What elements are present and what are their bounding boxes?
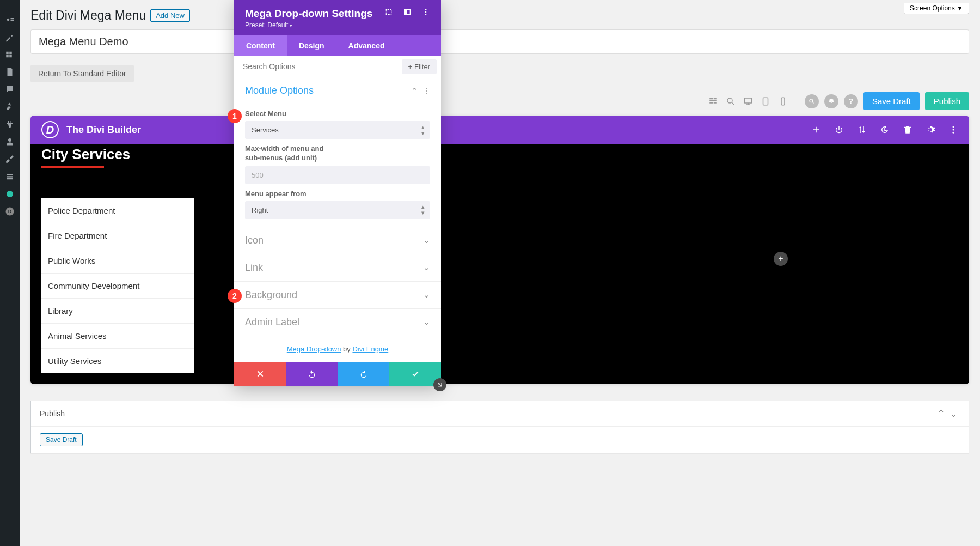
- menu-item[interactable]: Fire Department: [41, 223, 194, 248]
- svg-rect-13: [386, 9, 391, 14]
- builder-sort-icon[interactable]: [857, 125, 867, 135]
- post-title-input[interactable]: [30, 29, 969, 54]
- menu-item[interactable]: Police Department: [41, 198, 194, 223]
- wp-d-icon[interactable]: D: [0, 203, 20, 220]
- section-module-options[interactable]: Module Options ⌃ ⋮: [245, 85, 430, 96]
- chevron-down-icon: ⌄: [423, 317, 430, 327]
- divi-logo-icon: D: [41, 121, 59, 138]
- panel-expand-icon[interactable]: [384, 8, 393, 16]
- annotation-badge-1: 1: [228, 109, 242, 123]
- panel-filter-button[interactable]: +Filter: [402, 59, 437, 74]
- annotation-badge-2: 2: [228, 289, 242, 303]
- return-standard-editor-button[interactable]: Return To Standard Editor: [30, 65, 134, 82]
- builder-more-icon[interactable]: [948, 125, 958, 135]
- max-width-input[interactable]: [245, 166, 430, 184]
- publish-button[interactable]: Publish: [925, 92, 969, 110]
- wp-appearance-icon[interactable]: [0, 98, 20, 116]
- heading-underline: [41, 166, 104, 168]
- wp-plugins-icon[interactable]: [0, 116, 20, 133]
- help-circle-icon[interactable]: ?: [844, 94, 858, 108]
- menu-appear-dropdown[interactable]: Right: [245, 201, 430, 219]
- menu-card: Police Department Fire Department Public…: [41, 198, 194, 373]
- svg-point-18: [425, 14, 427, 15]
- section-admin-label[interactable]: Admin Label⌄: [245, 317, 430, 328]
- wp-users-icon[interactable]: [0, 133, 20, 150]
- byline-link-author[interactable]: Divi Engine: [352, 345, 388, 353]
- tablet-icon[interactable]: [759, 95, 771, 107]
- tab-content[interactable]: Content: [234, 35, 287, 56]
- toolbar-divider: [797, 95, 797, 107]
- wp-divi-icon[interactable]: [0, 185, 20, 203]
- chevron-down-icon: ⌄: [423, 263, 430, 272]
- svg-point-9: [810, 99, 813, 102]
- caret-up-icon[interactable]: ⌃: [935, 408, 947, 420]
- builder-power-icon[interactable]: [834, 125, 844, 135]
- wp-pages-icon[interactable]: [0, 63, 20, 81]
- builder-history-icon[interactable]: [880, 125, 890, 135]
- layers-circle-icon[interactable]: [824, 94, 838, 108]
- panel-cancel-button[interactable]: [234, 362, 286, 386]
- panel-more-icon[interactable]: [421, 8, 430, 16]
- svg-point-0: [7, 19, 10, 21]
- panel-preset-selector[interactable]: Preset: Default: [245, 21, 384, 29]
- svg-point-10: [953, 126, 954, 128]
- max-width-label: Max-width of menu and sub-menus (add uni…: [245, 144, 338, 163]
- builder-canvas: City Services Police Department Fire Dep…: [30, 144, 969, 384]
- panel-title: Mega Drop-down Settings: [245, 8, 384, 20]
- panel-undo-button[interactable]: [286, 362, 338, 386]
- desktop-icon[interactable]: [742, 95, 754, 107]
- search-circle-icon[interactable]: [805, 94, 819, 108]
- wp-comments-icon[interactable]: [0, 81, 20, 98]
- wp-media-icon[interactable]: [0, 46, 20, 63]
- phone-icon[interactable]: [777, 95, 789, 107]
- section-more-icon[interactable]: ⋮: [422, 87, 430, 95]
- section-link[interactable]: Link⌄: [245, 262, 430, 274]
- panel-dock-icon[interactable]: [403, 8, 412, 16]
- caret-down-icon[interactable]: ⌄: [947, 408, 960, 420]
- byline-link-module[interactable]: Mega Drop-down: [287, 345, 341, 353]
- wireframe-icon[interactable]: [707, 95, 719, 107]
- builder-header: D The Divi Builder: [30, 116, 969, 144]
- menu-item[interactable]: Community Development: [41, 274, 194, 299]
- panel-search-input[interactable]: [234, 56, 402, 77]
- panel-resize-handle[interactable]: [433, 378, 446, 391]
- publish-metabox: Publish ⌃ ⌄ Save Draft: [30, 401, 969, 453]
- svg-point-5: [727, 98, 732, 103]
- builder-settings-icon[interactable]: [926, 125, 935, 135]
- select-menu-label: Select Menu: [245, 110, 430, 118]
- menu-item[interactable]: Library: [41, 299, 194, 324]
- menu-item[interactable]: Utility Services: [41, 349, 194, 373]
- select-menu-dropdown[interactable]: Services: [245, 121, 430, 139]
- add-new-button[interactable]: Add New: [150, 9, 190, 22]
- svg-text:D: D: [8, 209, 12, 214]
- publish-box-title: Publish: [40, 409, 65, 418]
- city-services-heading: City Services: [41, 146, 205, 163]
- add-module-button[interactable]: +: [774, 252, 788, 266]
- menu-item[interactable]: Animal Services: [41, 324, 194, 349]
- zoom-icon[interactable]: [725, 95, 737, 107]
- wp-posts-icon[interactable]: [0, 28, 20, 46]
- metabox-save-draft-button[interactable]: Save Draft: [40, 433, 83, 446]
- tab-design[interactable]: Design: [287, 35, 336, 56]
- section-icon[interactable]: Icon⌄: [245, 235, 430, 246]
- wp-tools-icon[interactable]: [0, 150, 20, 168]
- builder-add-icon[interactable]: [811, 125, 821, 135]
- svg-point-17: [425, 11, 427, 13]
- save-draft-button[interactable]: Save Draft: [863, 92, 920, 110]
- svg-point-1: [8, 138, 11, 142]
- chevron-down-icon: ⌄: [423, 235, 430, 245]
- wp-settings-icon[interactable]: [0, 168, 20, 185]
- svg-rect-8: [781, 98, 785, 105]
- panel-byline: Mega Drop-down by Divi Engine: [234, 336, 441, 362]
- svg-point-12: [953, 132, 954, 134]
- wp-admin-sidebar: D: [0, 0, 20, 464]
- screen-options-button[interactable]: Screen Options ▼: [904, 3, 969, 14]
- chevron-down-icon: ⌄: [423, 290, 430, 300]
- menu-item[interactable]: Public Works: [41, 248, 194, 274]
- wp-dashboard-icon[interactable]: [0, 11, 20, 28]
- builder-delete-icon[interactable]: [903, 125, 912, 135]
- tab-advanced[interactable]: Advanced: [336, 35, 397, 56]
- svg-point-11: [953, 129, 954, 131]
- panel-redo-button[interactable]: [338, 362, 389, 386]
- section-background[interactable]: Background⌄: [245, 289, 430, 301]
